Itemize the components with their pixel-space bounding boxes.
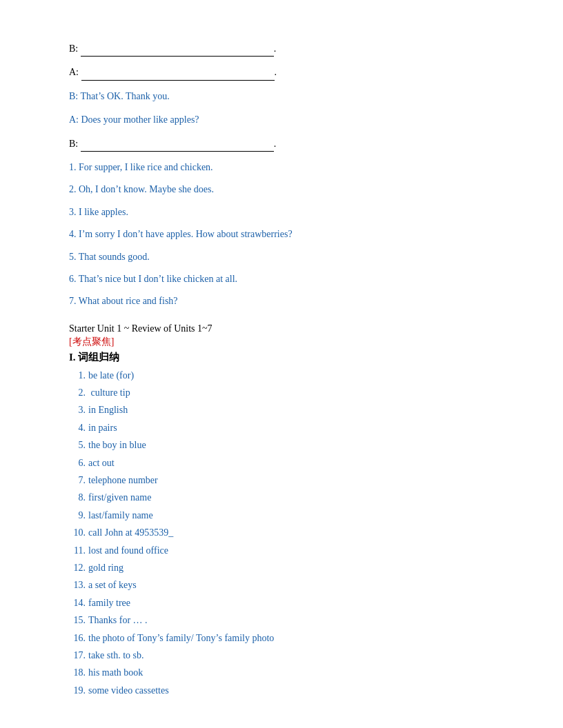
list-item: 14.family tree [69,596,494,611]
b1-line: B: . [69,41,494,57]
item-6-text: 6. That’s nice but I don’t like chicken … [69,274,237,284]
list-item: 12.gold ring [69,560,494,576]
list-num: 8. [69,490,86,505]
list-item: 4.in pairs [69,421,494,436]
list-num: 7. [69,473,86,488]
item-3-text: 3. I like apples. [69,207,128,217]
list-text: act out [88,458,115,468]
bracket-text: [考点聚焦] [69,336,114,347]
list-text: last/family name [88,510,153,520]
list-text: his math book [88,667,143,678]
list-item: 17.take sth. to sb. [69,648,494,663]
list-text: lost and found office [88,545,168,556]
list-item: 2. culture tip [69,385,494,401]
list-num: 16. [69,631,86,646]
list-item: 19.some video cassettes [69,683,494,698]
list-text: take sth. to sb. [88,650,144,660]
a1-line: A: . [69,65,494,80]
item-6: 6. That’s nice but I don’t like chicken … [69,272,494,287]
bracket-label: [考点聚焦] [69,336,494,348]
starter-title: Starter Unit 1 ~ Review of Units 1~7 [69,323,494,334]
list-item: 6.act out [69,456,494,471]
list-text: some video cassettes [88,685,169,696]
list-item: 16.the photo of Tony’s family/ Tony’s fa… [69,631,494,646]
section-part-label: I. 词组归纳 [69,351,494,364]
list-item: 13.a set of keys [69,578,494,593]
list-text: a set of keys [88,580,137,590]
list-num: 19. [69,683,86,698]
a2-text: A: Does your mother like apples? [69,114,199,125]
list-item: 1.be late (for) [69,368,494,383]
list-num: 18. [69,665,86,680]
list-text: in pairs [88,423,117,433]
list-num: 4. [69,421,86,436]
list-num: 1. [69,368,86,383]
b3-period: . [274,139,277,149]
a1-underline [81,70,275,81]
b1-period: . [274,43,277,54]
item-2-text: 2. Oh, I don’t know. Maybe she does. [69,184,214,194]
b3-line: B: . [69,136,494,152]
a1-label: A: [69,67,81,77]
item-5-text: 5. That sounds good. [69,252,150,262]
list-num: 6. [69,456,86,471]
a1-period: . [275,67,277,77]
a2-line: A: Does your mother like apples? [69,112,494,128]
item-4: 4. I’m sorry I don’t have apples. How ab… [69,227,494,242]
list-num: 9. [69,508,86,523]
list-item: 10.call John at 4953539_ [69,525,494,540]
list-text: be late (for) [88,370,134,381]
list-num: 15. [69,613,86,628]
item-2: 2. Oh, I don’t know. Maybe she does. [69,182,494,197]
list-item: 15.Thanks for … . [69,613,494,628]
b3-label: B: [69,139,81,149]
b1-underline [81,46,274,57]
list-text: family tree [88,598,130,608]
list-text: telephone number [88,475,158,485]
b2-line: B: That’s OK. Thank you. [69,89,494,104]
list-text: Thanks for … . [88,615,148,625]
list-item: 18.his math book [69,665,494,680]
item-7: 7. What about rice and fish? [69,294,494,309]
list-num: 2. [69,385,86,401]
list-item: 5.the boy in blue [69,438,494,453]
list-item: 7.telephone number [69,473,494,488]
section-part-text: I. 词组归纳 [69,352,119,363]
list-num: 14. [69,596,86,611]
list-num: 5. [69,438,86,453]
word-list: 1.be late (for) 2. culture tip 3.in Engl… [69,368,494,698]
list-text: call John at 4953539_ [88,527,173,538]
starter-title-text: Starter Unit 1 ~ Review of Units 1~7 [69,323,213,334]
list-num: 11. [69,543,86,558]
list-num: 17. [69,648,86,663]
list-item: 3.in English [69,403,494,418]
list-num: 13. [69,578,86,593]
item-4-text: 4. I’m sorry I don’t have apples. How ab… [69,229,293,239]
item-7-text: 7. What about rice and fish? [69,296,178,306]
item-1: 1. For supper, I like rice and chicken. [69,160,494,175]
item-3: 3. I like apples. [69,205,494,220]
list-text: gold ring [88,563,124,573]
list-item: 8.first/given name [69,490,494,505]
list-text: first/given name [88,492,151,503]
list-text: the boy in blue [88,440,146,450]
list-item: 11.lost and found office [69,543,494,558]
list-text: in English [88,405,128,415]
b1-label: B: [69,43,81,54]
item-1-text: 1. For supper, I like rice and chicken. [69,162,213,172]
list-text: culture tip [88,387,130,398]
list-item: 9.last/family name [69,508,494,523]
list-num: 10. [69,525,86,540]
b2-text: B: That’s OK. Thank you. [69,91,170,101]
list-num: 3. [69,403,86,418]
list-text: the photo of Tony’s family/ Tony’s famil… [88,633,274,643]
item-5: 5. That sounds good. [69,250,494,265]
b3-underline [81,141,274,152]
list-num: 12. [69,560,86,576]
